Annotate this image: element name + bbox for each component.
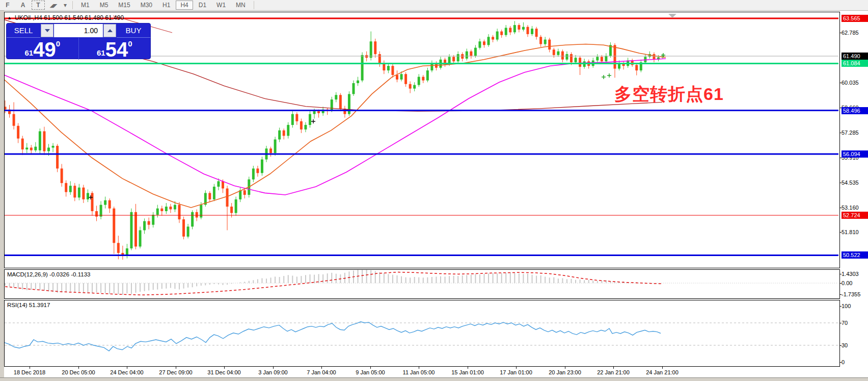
timeframe-button-mn[interactable]: MN (231, 1, 250, 10)
axis-price-label: 58.496 (842, 107, 868, 114)
time-axis-tick (419, 367, 419, 369)
dropdown-caret-icon[interactable]: ▾ (62, 1, 68, 10)
axis-tick (839, 274, 842, 274)
axis-tick (839, 183, 842, 183)
timeframe-button-h4[interactable]: H4 (176, 1, 193, 10)
axis-price-label: 57.285 (842, 129, 868, 136)
axis-tick (839, 83, 842, 83)
chart-canvas (5, 270, 838, 297)
one-click-trading-panel: SELL 1.00 BUY 61490 61540 (6, 23, 151, 59)
fibonacci-tool-icon[interactable]: F (1, 1, 14, 10)
axis-tick (839, 362, 842, 363)
chart-canvas (5, 300, 838, 365)
time-axis-label: 20 Jan 23:00 (549, 369, 581, 375)
macd-pane[interactable] (4, 269, 840, 299)
timeframe-button-d1[interactable]: D1 (194, 1, 211, 10)
time-axis-label: 22 Jan 21:00 (597, 369, 630, 375)
chart-title-text: UKOil-,H4 61.500 61.540 61.480 61.490 (15, 14, 124, 21)
toolbar-separator (254, 1, 254, 9)
text-box-icon[interactable]: T (32, 1, 45, 10)
axis-price-label: 62.785 (842, 29, 868, 36)
buy-price-sup: 0 (128, 40, 132, 47)
sell-price-prefix: 61 (24, 49, 33, 57)
axis-price-label: 70 (842, 319, 868, 326)
volume-input[interactable]: 1.00 (54, 24, 103, 37)
axis-price-label: 100 (842, 302, 868, 310)
arrows-tool-icon[interactable]: ◢◤ (47, 1, 60, 10)
axis-price-label: 63.565 (842, 15, 868, 22)
macd-indicator-label: MACD(12,26,9) -0.0326 -0.1133 (7, 271, 90, 277)
up-triangle-icon (107, 29, 113, 32)
time-axis-label: 15 Jan 01:00 (451, 369, 484, 375)
axis-price-label: 60.035 (842, 79, 868, 86)
timeframe-button-m5[interactable]: M5 (95, 1, 113, 10)
rsi-indicator-label: RSI(14) 51.3917 (7, 302, 50, 308)
timeframe-button-w1[interactable]: W1 (212, 1, 230, 10)
time-axis-tick (613, 367, 614, 369)
axis-price-label: 61.084 (842, 60, 868, 67)
toolbar: FAT◢◤▾ M1M5M15M30H1H4D1W1MN (0, 0, 868, 11)
time-axis-tick (321, 367, 322, 369)
axis-price-label: -1.7355 (842, 291, 868, 298)
toolbar-separator (72, 1, 73, 9)
timeframe-button-m30[interactable]: M30 (136, 1, 157, 10)
symbol-marker-icon: ▲ (7, 15, 12, 20)
down-triangle-icon (45, 29, 50, 32)
time-axis-label: 24 Jan 21:00 (646, 369, 679, 375)
time-axis-label: 11 Jan 05:00 (403, 369, 435, 375)
time-axis-label: 17 Jan 01:00 (500, 369, 532, 375)
time-axis-label: 20 Dec 05:00 (62, 369, 95, 375)
time-axis-label: 18 Dec 2018 (14, 369, 45, 375)
axis-tick (839, 306, 842, 307)
chart-shift-marker-icon[interactable] (668, 14, 676, 18)
axis-tick (839, 133, 842, 133)
time-axis[interactable]: 18 Dec 201820 Dec 05:0024 Dec 04:0027 De… (4, 367, 868, 377)
axis-tick (839, 33, 842, 33)
chart-annotation-text: 多空转折点61 (614, 83, 724, 106)
axis-price-label: 51.810 (842, 228, 868, 236)
axis-price-label: 54.535 (842, 179, 868, 186)
rsi-pane[interactable] (4, 300, 840, 367)
time-axis-tick (78, 367, 79, 369)
axis-price-label: 30 (842, 342, 868, 349)
buy-price-prefix: 61 (97, 49, 105, 57)
axis-tick (839, 345, 842, 346)
buy-price-big: 54 (105, 41, 128, 58)
time-axis-label: 9 Jan 05:00 (356, 369, 385, 375)
time-axis-label: 7 Jan 04:00 (307, 369, 336, 375)
buy-button[interactable]: BUY (117, 23, 150, 38)
time-axis-tick (30, 367, 30, 369)
time-axis-label: 3 Jan 09:00 (258, 369, 288, 375)
timeframe-button-m1[interactable]: M1 (76, 1, 94, 10)
axis-price-label: 52.724 (842, 212, 868, 219)
axis-price-label: 50.522 (842, 251, 868, 259)
drawing-tools-group: FAT◢◤▾ (0, 1, 69, 10)
bottom-window-edge (0, 377, 868, 381)
axis-price-label: 61.490 (842, 53, 868, 60)
timeframe-button-h1[interactable]: H1 (158, 1, 175, 10)
time-axis-tick (565, 367, 565, 369)
buy-price[interactable]: 61540 (78, 38, 151, 60)
trading-terminal: FAT◢◤▾ M1M5M15M30H1H4D1W1MN ▲ UKOil-,H4 … (0, 0, 868, 381)
timeframe-buttons-group: M1M5M15M30H1H4D1W1MN (76, 1, 251, 10)
axis-price-label: 1.4303 (842, 270, 868, 277)
axis-price-label: 0 (842, 359, 868, 366)
sell-button[interactable]: SELL (7, 23, 40, 38)
time-axis-tick (224, 367, 225, 369)
time-axis-tick (662, 367, 663, 369)
timeframe-button-m15[interactable]: M15 (114, 1, 134, 10)
axis-tick (839, 294, 842, 295)
time-axis-label: 24 Dec 04:00 (110, 369, 143, 375)
sell-price[interactable]: 61490 (7, 38, 78, 60)
time-axis-tick (468, 367, 468, 369)
axis-tick (839, 283, 842, 284)
window-edge (0, 11, 4, 381)
volume-increase-button[interactable] (103, 24, 116, 37)
text-label-icon[interactable]: A (16, 1, 30, 10)
time-axis-tick (273, 367, 274, 369)
chart-title: ▲ UKOil-,H4 61.500 61.540 61.480 61.490 (7, 14, 124, 21)
axis-price-label: 53.160 (842, 204, 868, 211)
time-axis-label: 27 Dec 09:00 (159, 369, 192, 375)
axis-price-label: 56.094 (842, 150, 868, 158)
volume-decrease-button[interactable] (41, 24, 53, 37)
